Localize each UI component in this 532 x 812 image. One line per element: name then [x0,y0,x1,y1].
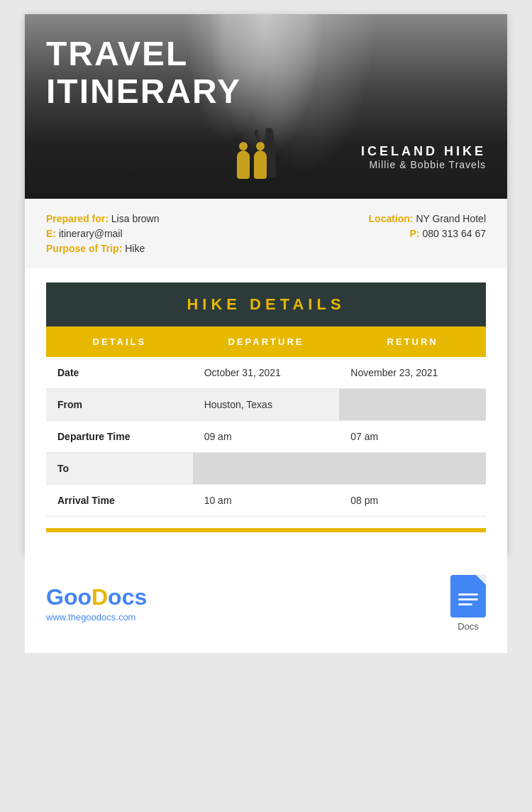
to-return [339,453,486,484]
email-row: E: itinerary@mail [46,228,160,239]
email-value: itinerary@mail [59,228,123,239]
footer: GooDocs www.thegoodocs.com Docs [25,554,507,653]
to-label: To [46,453,193,484]
gooddocs-logo: GooDocs www.thegoodocs.com [46,584,147,622]
docs-line-3 [458,603,472,605]
logo-text: GooDocs [46,584,147,610]
col-departure: DEPARTURE [193,327,340,357]
purpose-row: Purpose of Trip: Hike [46,243,160,254]
subtitle-main: ICELAND HIKE [361,144,486,159]
logo-d: D [92,584,108,610]
departure-time-label: Departure Time [46,421,193,452]
from-label: From [46,389,193,420]
email-label: E: [46,228,56,239]
logo-ocs: ocs [108,584,147,610]
phone-value: 080 313 64 67 [422,228,486,239]
to-departure [193,453,340,484]
departure-time-departure: 09 am [193,421,340,452]
hero-title: TRAVEL ITINERARY [46,35,241,111]
row-departure-time: Departure Time 09 am 07 am [46,421,486,453]
figure-right [254,150,267,179]
row-date: Date October 31, 2021 November 23, 2021 [46,357,486,389]
col-details: DETAILS [46,327,193,357]
hero-figures [237,150,267,179]
column-headers: DETAILS DEPARTURE RETURN [46,327,486,357]
hike-details-title: HIKE DETAILS [59,295,473,314]
hero-section: TRAVEL ITINERARY ICELAND HIKE Millie & B… [25,14,507,199]
purpose-label: Purpose of Trip: [46,243,122,254]
figure-left [237,150,250,179]
from-return [339,389,486,420]
location-value: NY Grand Hotel [416,213,486,224]
hero-subtitle: ICELAND HIKE Millie & Bobbie Travels [361,144,486,170]
prepared-for-label: Prepared for: [46,213,109,224]
hike-details-header: HIKE DETAILS [46,282,486,327]
arrival-time-label: Arrival Time [46,485,193,516]
yellow-accent-bar [46,528,486,532]
prepared-for-value: Lisa brown [111,213,160,224]
purpose-value: Hike [125,243,145,254]
row-to: To [46,453,486,485]
prepared-for-row: Prepared for: Lisa brown [46,213,160,224]
info-right: Location: NY Grand Hotel P: 080 313 64 6… [369,213,486,239]
date-label: Date [46,357,193,388]
docs-line-1 [458,593,478,596]
document-page: TRAVEL ITINERARY ICELAND HIKE Millie & B… [25,14,507,554]
date-departure: October 31, 2021 [193,357,340,388]
info-section: Prepared for: Lisa brown E: itinerary@ma… [25,199,507,268]
subtitle-sub: Millie & Bobbie Travels [361,159,486,170]
arrival-time-return: 08 pm [339,485,486,516]
date-return: November 23, 2021 [339,357,486,388]
logo-goo: Goo [46,584,92,610]
row-from: From Houston, Texas [46,389,486,421]
arrival-time-departure: 10 am [193,485,340,516]
gooddocs-url: www.thegoodocs.com [46,612,147,622]
info-left: Prepared for: Lisa brown E: itinerary@ma… [46,213,160,254]
table-section: DETAILS DEPARTURE RETURN Date October 31… [25,327,507,554]
location-label: Location: [369,213,414,224]
docs-line-2 [458,598,478,600]
departure-time-return: 07 am [339,421,486,452]
from-departure: Houston, Texas [193,389,340,420]
docs-icon-wrapper: Docs [450,575,486,632]
phone-label: P: [410,228,420,239]
hero-heading: TRAVEL ITINERARY [46,35,241,111]
row-arrival-time: Arrival Time 10 am 08 pm [46,485,486,517]
col-return: RETURN [339,327,486,357]
docs-icon-lines [458,593,478,605]
docs-icon [450,575,486,618]
docs-label: Docs [458,621,479,632]
location-row: Location: NY Grand Hotel [369,213,486,224]
phone-row: P: 080 313 64 67 [369,228,486,239]
